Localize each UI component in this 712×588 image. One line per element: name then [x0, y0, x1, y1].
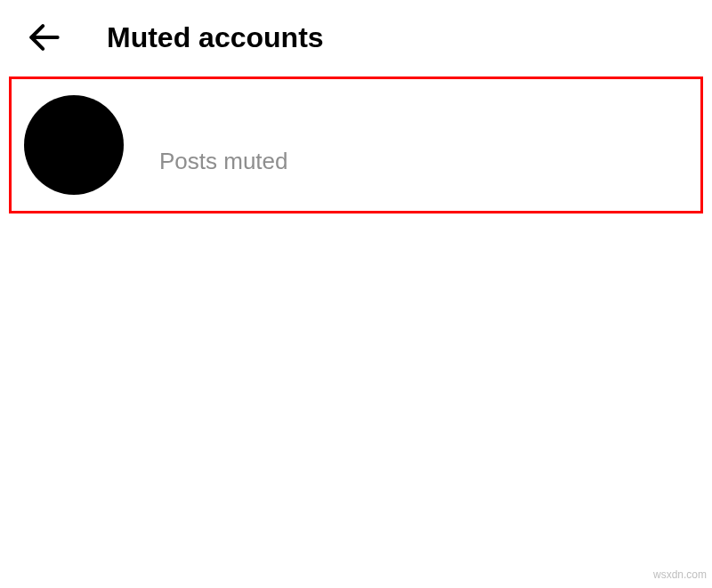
mute-status-label: Posts muted — [159, 148, 288, 175]
back-arrow-icon[interactable] — [25, 18, 64, 57]
watermark: wsxdn.com — [653, 568, 707, 581]
avatar — [24, 95, 124, 195]
account-info: Posts muted — [159, 116, 288, 175]
page-title: Muted accounts — [107, 21, 324, 54]
muted-account-row[interactable]: Posts muted — [9, 77, 703, 213]
page-header: Muted accounts — [0, 0, 712, 75]
